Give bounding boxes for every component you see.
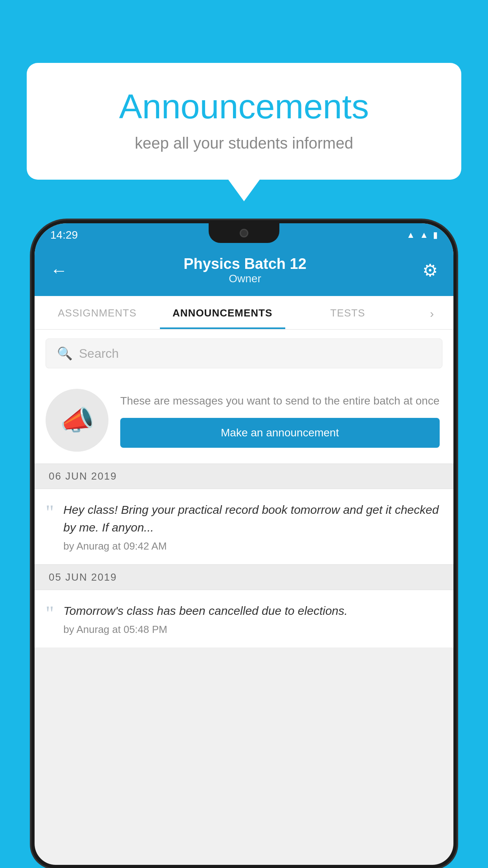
status-icons: ▲ ▲ ▮ — [406, 230, 438, 240]
megaphone-icon: 📣 — [60, 404, 94, 436]
date-divider-2: 05 JUN 2019 — [35, 565, 453, 590]
announcement-item-2[interactable]: " Tomorrow's class has been cancelled du… — [35, 590, 453, 648]
speech-bubble-subtitle: keep all your students informed — [58, 134, 430, 152]
announcement-prompt: 📣 These are messages you want to send to… — [35, 377, 453, 463]
tabs-bar: ASSIGNMENTS ANNOUNCEMENTS TESTS › — [35, 296, 453, 330]
search-placeholder: Search — [79, 346, 119, 361]
wifi-icon: ▲ — [406, 230, 415, 240]
camera-dot — [240, 229, 248, 237]
tab-announcements[interactable]: ANNOUNCEMENTS — [160, 296, 285, 329]
header-center: Physics Batch 12 Owner — [183, 256, 306, 285]
speech-bubble-title: Announcements — [58, 86, 430, 127]
signal-icon: ▲ — [420, 230, 428, 240]
date-divider-1: 06 JUN 2019 — [35, 463, 453, 489]
phone-content: 🔍 Search 📣 These are messages you want t… — [35, 330, 453, 648]
announcement-prompt-text: These are messages you want to send to t… — [120, 393, 440, 409]
announcement-prompt-right: These are messages you want to send to t… — [120, 393, 440, 448]
settings-icon[interactable]: ⚙ — [422, 260, 438, 280]
header-subtitle: Owner — [183, 272, 306, 285]
search-bar[interactable]: 🔍 Search — [46, 338, 442, 368]
announcement-item-1[interactable]: " Hey class! Bring your practical record… — [35, 489, 453, 565]
tab-assignments[interactable]: ASSIGNMENTS — [35, 296, 160, 329]
make-announcement-button[interactable]: Make an announcement — [120, 418, 440, 448]
announcement-text-2: Tomorrow's class has been cancelled due … — [63, 602, 347, 620]
quote-icon-2: " — [46, 603, 54, 624]
announcement-icon-circle: 📣 — [46, 389, 108, 452]
speech-bubble-tail — [228, 180, 260, 201]
back-button[interactable]: ← — [50, 261, 68, 280]
quote-icon-1: " — [46, 502, 54, 523]
tab-more[interactable]: › — [410, 296, 453, 329]
speech-bubble-container: Announcements keep all your students inf… — [27, 63, 461, 201]
announcement-content-2: Tomorrow's class has been cancelled due … — [63, 602, 347, 636]
search-icon: 🔍 — [57, 346, 73, 361]
status-time: 14:29 — [50, 229, 78, 241]
header-title: Physics Batch 12 — [183, 256, 306, 272]
announcement-content-1: Hey class! Bring your practical record b… — [63, 501, 442, 552]
speech-bubble: Announcements keep all your students inf… — [27, 63, 461, 180]
battery-icon: ▮ — [433, 230, 438, 240]
announcement-by-1: by Anurag at 09:42 AM — [63, 540, 442, 552]
phone-inner: 14:29 ▲ ▲ ▮ ← Physics Batch 12 Owner ⚙ A… — [35, 223, 453, 865]
phone-frame: 14:29 ▲ ▲ ▮ ← Physics Batch 12 Owner ⚙ A… — [31, 220, 457, 868]
phone-notch — [209, 223, 279, 243]
tab-tests[interactable]: TESTS — [285, 296, 411, 329]
announcement-text-1: Hey class! Bring your practical record b… — [63, 501, 442, 536]
announcement-by-2: by Anurag at 05:48 PM — [63, 623, 347, 636]
app-header: ← Physics Batch 12 Owner ⚙ — [35, 247, 453, 296]
